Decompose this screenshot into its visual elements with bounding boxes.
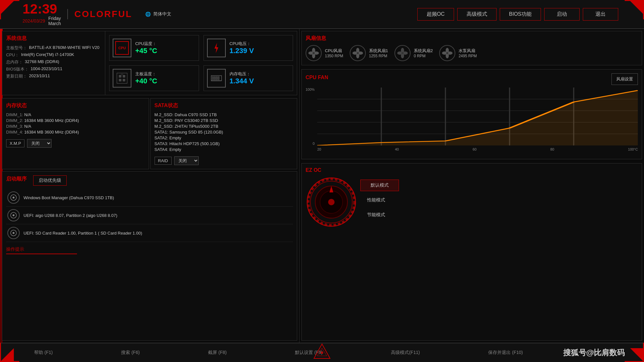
corner-decoration-tl (0, 0, 19, 19)
raid-select[interactable]: 关闭 (174, 156, 199, 165)
xmp-select[interactable]: 关闭 (27, 139, 52, 148)
nav-btn-oc[interactable]: 超频OC (417, 8, 454, 21)
metric-board-temp: 主板温度： +40 °C (109, 65, 199, 91)
metric-cpu-voltage-info: CPU电压： 1.239 V (230, 41, 254, 55)
metric-ram-voltage-info: 内存电压： 1.344 V (230, 71, 254, 85)
fan-item-1: 系统风扇1 1255 RPM (350, 45, 388, 61)
dimm2-row: DIMM_2: 16384 MB 3600 MHz (DDR4) (6, 118, 145, 123)
ezoc-powersave-option[interactable]: 节能模式 (360, 209, 399, 221)
metric-cpu-voltage: CPU电压： 1.239 V (204, 35, 293, 61)
fan-svg-2 (397, 47, 408, 59)
fan-info-1: 系统风扇1 1255 RPM (369, 48, 388, 58)
xmp-row: X.M.P 关闭 (6, 139, 145, 148)
boot-item-text-1: UEFI: aigo U268 8.07, Partition 2 (aigo … (24, 213, 117, 218)
fan-grid: CPU风扇 1350 RPM (306, 45, 638, 61)
nav-btn-boot[interactable]: 启动 (544, 8, 580, 21)
mem-sata-row: 内存状态 DIMM_1: N/A DIMM_2: 16384 MB 3600 M… (2, 98, 297, 169)
svg-rect-12 (218, 77, 219, 80)
cpufan-title: CPU FAN (306, 75, 328, 80)
xmp-label: X.M.P (6, 139, 24, 147)
clock-day: FridayMarch (48, 16, 61, 26)
footer: 帮助 (F1) 搜索 (F6) 截屏 (F8) 默认设置 (F9) 高级模式(F… (0, 343, 644, 362)
x-label-3: 80 (550, 147, 554, 151)
raid-row: RAID 关闭 (155, 156, 293, 165)
nav-btn-advanced[interactable]: 高级模式 (457, 8, 497, 21)
cpu-icon (115, 41, 129, 55)
corner-decoration-bl (0, 343, 19, 362)
ezoc-dial-svg (306, 176, 357, 228)
footer-item-5[interactable]: 保存并退出 (F10) (488, 350, 523, 356)
svg-rect-9 (212, 77, 213, 80)
memory-title: 内存状态 (6, 102, 145, 109)
chart-svg-container: 20 40 60 80 100°C (317, 88, 638, 151)
disk-svg-2 (10, 229, 17, 237)
sata-section: SATA状态 M.2_SSD: Dahua C970 SSD 1TB M.2_S… (150, 98, 298, 169)
ram-icon (211, 72, 222, 84)
info-row-model: 主板型号： BATTLE-AX B760M-WHITE WIFI V20 (6, 45, 101, 51)
header: 12:39 2024/03/29 FridayMarch COLORFUL 🌐 … (0, 0, 644, 29)
globe-icon: 🌐 (145, 12, 151, 17)
sata-row-1: M.2_SSD: PNY CS3040 2TB SSD (155, 118, 293, 123)
fan-icon-1 (350, 45, 366, 61)
metric-board-temp-info: 主板温度： +40 °C (135, 71, 157, 85)
dimm4-row: DIMM_4: 16384 MB 3600 MHz (DDR4) (6, 130, 145, 135)
x-label-1: 40 (395, 147, 399, 151)
svg-point-15 (13, 197, 14, 199)
ram-voltage-icon (207, 69, 226, 88)
sata-row-6: SATA4: Empty (155, 147, 293, 152)
footer-item-0[interactable]: 帮助 (F1) (34, 350, 53, 356)
info-row-cpu: CPU： Intel(R) Core(TM) i7-14700K (6, 52, 101, 58)
center-triangle (312, 342, 332, 362)
fan-svg-3 (441, 47, 453, 59)
footer-item-1[interactable]: 搜索 (F6) (121, 350, 140, 356)
lightning-icon (211, 42, 222, 54)
sata-row-3: SATA1: Samsung SSD 85 (120.0GB) (155, 130, 293, 135)
footer-item-4[interactable]: 高级模式(F11) (391, 350, 420, 356)
center-triangle-svg (312, 342, 332, 362)
fan-settings-button[interactable]: 风扇设置 (611, 73, 638, 85)
disk-svg-0 (10, 194, 17, 201)
x-label-0: 20 (317, 147, 321, 151)
info-row-date: 更新日期： 2023/10/11 (6, 73, 101, 79)
brand-name: COLORFUL (74, 9, 132, 19)
board-icon (116, 72, 128, 84)
brand-area: COLORFUL (67, 9, 132, 19)
nav-btn-bios[interactable]: BIOS功能 (500, 8, 541, 21)
right-panel: 风扇信息 (299, 29, 644, 343)
ezoc-dial (306, 176, 354, 225)
fan-icon-3 (439, 45, 455, 61)
chart-svg (317, 88, 638, 145)
fan-icon-0 (306, 45, 322, 61)
svg-point-53 (328, 199, 335, 205)
clock-area: 12:39 2024/03/29 FridayMarch (23, 2, 61, 26)
ezoc-options: 默认模式 性能模式 节能模式 (360, 180, 399, 225)
language-selector[interactable]: 🌐 简体中文 (145, 11, 171, 17)
svg-rect-1 (117, 73, 127, 83)
fan-item-3: 水泵风扇 2495 RPM (439, 45, 477, 61)
metrics-grid: CPU温度： +45 °C CPU电压： 1.239 V (105, 31, 297, 95)
bottom-area: 启动顺序 启动优先级 Windows Boot Manager (Dahua C… (0, 170, 299, 343)
footer-item-2[interactable]: 截屏 (F8) (208, 350, 227, 356)
cpufan-section: CPU FAN 风扇设置 100% 0 (301, 69, 642, 159)
dimm1-row: DIMM_1: N/A (6, 112, 145, 117)
boot-item-text-0: Windows Boot Manager (Dahua C970 SSD 1TB… (24, 195, 114, 200)
sata-row-4: SATA2: Empty (155, 135, 293, 140)
left-panel: 系统信息 主板型号： BATTLE-AX B760M-WHITE WIFI V2… (0, 29, 299, 343)
fan-svg-0 (308, 47, 319, 59)
nav-btn-exit[interactable]: 退出 (583, 8, 618, 21)
cpu-temp-icon (113, 39, 131, 57)
svg-point-24 (313, 52, 315, 54)
language-label: 简体中文 (153, 11, 171, 17)
ezoc-content: 默认模式 性能模式 节能模式 (306, 176, 638, 225)
fan-info-3: 水泵风扇 2495 RPM (459, 48, 477, 58)
sata-row-0: M.2_SSD: Dahua C970 SSD 1TB (155, 112, 293, 117)
fan-info-2: 系统风扇2 0 RPM (414, 48, 433, 58)
disk-icon-2 (7, 227, 20, 239)
boot-priority-button[interactable]: 启动优先级 (33, 175, 67, 186)
ezoc-performance-option[interactable]: 性能模式 (360, 194, 399, 206)
boot-item-2: UEFI: SD Card Reader 1.00, Partition 1 (… (6, 224, 293, 242)
watermark: 搜狐号@比肩数码 (563, 348, 625, 358)
boot-item-text-2: UEFI: SD Card Reader 1.00, Partition 1 (… (24, 231, 142, 236)
ezoc-default-btn[interactable]: 默认模式 (360, 180, 399, 191)
hints-title: 操作提示 (6, 246, 77, 254)
